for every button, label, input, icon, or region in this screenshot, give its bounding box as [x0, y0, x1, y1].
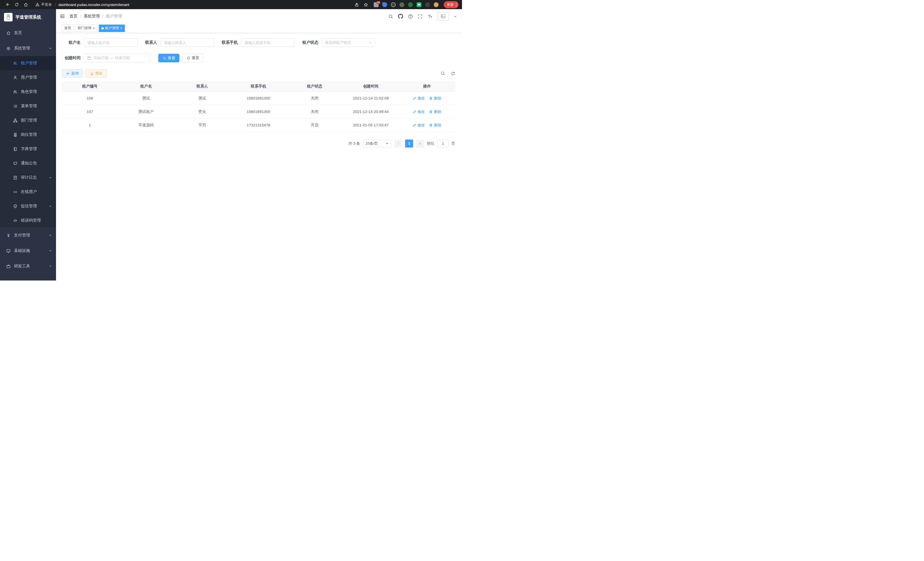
sidebar-item-menu[interactable]: 菜单管理 — [0, 99, 56, 113]
delete-link[interactable]: 删除 — [429, 96, 441, 101]
refresh-icon — [187, 56, 190, 60]
home-icon[interactable] — [22, 1, 30, 8]
sidebar-item-payment[interactable]: 支付管理 — [0, 228, 56, 243]
prev-page-button[interactable] — [394, 140, 402, 147]
date-range-input[interactable]: 开始日期 - 结束日期 — [84, 54, 151, 62]
extension-icon[interactable] — [399, 2, 404, 7]
sidebar-item-notice[interactable]: 通知公告 — [0, 156, 56, 170]
goto-suffix: 页 — [452, 141, 455, 146]
sidebar-item-system[interactable]: 系统管理 — [0, 41, 56, 56]
next-page-button[interactable] — [416, 140, 424, 147]
current-page[interactable]: 1 — [405, 140, 413, 147]
extension-icon[interactable] — [391, 2, 396, 7]
back-icon[interactable] — [3, 1, 11, 8]
avatar-caret-icon[interactable] — [454, 15, 457, 18]
sidebar-item-error-code[interactable]: 错误码管理 — [0, 213, 56, 228]
sidebar-item-label: 租户管理 — [21, 61, 37, 66]
tab-tenant[interactable]: 租户管理 × — [99, 25, 125, 32]
app-logo[interactable]: 芋道管理系统 — [0, 9, 56, 25]
button-label: 搜索 — [168, 56, 175, 61]
share-icon[interactable] — [352, 1, 361, 8]
refresh-icon[interactable] — [13, 1, 21, 8]
chevron-down-icon — [49, 176, 52, 179]
extension-icon[interactable] — [434, 2, 439, 7]
search-button[interactable]: 搜索 — [158, 54, 179, 62]
edit-link[interactable]: 修改 — [413, 123, 425, 128]
filter-row-1: 租户名 联系人 联系手机 租户状态 请选择租户状态 — [62, 38, 455, 47]
sidebar-item-tenant[interactable]: 租户管理 — [0, 56, 56, 70]
roles-icon — [13, 90, 17, 94]
extension-icon[interactable] — [417, 2, 422, 7]
hide-search-icon[interactable] — [441, 71, 445, 76]
delete-link[interactable]: 删除 — [429, 123, 441, 128]
sidebar-item-dept[interactable]: 部门管理 — [0, 113, 56, 128]
tenant-table: 租户编号 租户名 联系人 联系手机 租户状态 创建时间 操作 108 测试 测试 — [62, 81, 455, 132]
export-button[interactable]: 导出 — [86, 69, 107, 78]
sidebar-item-sms[interactable]: 短信管理 — [0, 199, 56, 213]
sidebar-item-post[interactable]: 岗位管理 — [0, 128, 56, 142]
filter-row-2: 创建时间 开始日期 - 结束日期 搜索 重置 — [62, 54, 455, 62]
navbar-actions — [388, 12, 457, 21]
edit-link[interactable]: 修改 — [413, 96, 425, 101]
close-icon[interactable]: × — [93, 27, 95, 30]
extension-icon[interactable] — [382, 2, 387, 7]
extension-icon[interactable] — [425, 2, 430, 7]
url-text[interactable]: dashboard.yudao.iocoder.cn/system/tenant — [58, 3, 129, 7]
add-button[interactable]: 新增 — [62, 69, 83, 78]
extension-icon[interactable]: 10 — [374, 2, 379, 7]
sidebar-item-role[interactable]: 角色管理 — [0, 85, 56, 99]
col-header: 租户状态 — [286, 81, 343, 92]
status-select[interactable]: 请选择租户状态 — [322, 38, 375, 47]
close-icon[interactable]: × — [120, 27, 122, 30]
contact-input[interactable] — [160, 38, 214, 47]
main-area: 首页 / 系统管理 / 租户管理 首页 部门管理 × — [56, 9, 462, 281]
sidebar-item-online-users[interactable]: 在线用户 — [0, 185, 56, 199]
refresh-table-icon[interactable] — [451, 71, 455, 76]
table-row: 108 测试 测试 15601691300 关闭 2021-12-14 21:0… — [62, 92, 455, 105]
sidebar-item-home[interactable]: 首页 — [0, 25, 56, 41]
tab-dept[interactable]: 部门管理 × — [75, 25, 98, 32]
table-toolbar: 新增 导出 — [62, 69, 455, 78]
sidebar-item-label: 部门管理 — [21, 118, 37, 123]
cell-id: 107 — [62, 105, 118, 118]
date-start-placeholder: 开始日期 — [94, 56, 109, 61]
col-header: 租户编号 — [62, 81, 118, 92]
badge-icon — [13, 133, 17, 137]
site-security[interactable]: 不安全 — [35, 2, 57, 7]
search-icon[interactable] — [388, 14, 393, 19]
link-label: 删除 — [434, 123, 441, 128]
page-size-select[interactable]: 10条/页 — [363, 140, 392, 147]
help-icon[interactable] — [408, 14, 413, 19]
cell-contact: 芋艿 — [174, 118, 230, 132]
tenant-name-input[interactable] — [84, 38, 138, 47]
sidebar-item-dict[interactable]: 字典管理 — [0, 142, 56, 156]
bookmark-star-icon[interactable] — [362, 1, 370, 8]
field-label: 联系手机 — [222, 40, 238, 45]
sidebar-fold-icon[interactable] — [60, 14, 65, 19]
breadcrumb-system[interactable]: 系统管理 — [84, 14, 100, 19]
cell-status: 关闭 — [286, 105, 343, 118]
browser-update-button[interactable]: 更新 — [444, 1, 459, 8]
user-icon — [13, 75, 17, 80]
delete-link[interactable]: 删除 — [429, 109, 441, 114]
font-size-icon[interactable] — [428, 14, 433, 19]
tab-home[interactable]: 首页 — [62, 25, 74, 32]
sidebar-item-infra[interactable]: 基础设施 — [0, 243, 56, 259]
menu-dots-icon — [456, 3, 457, 7]
avatar[interactable] — [437, 12, 449, 21]
fullscreen-icon[interactable] — [418, 14, 423, 19]
breadcrumb-home[interactable]: 首页 — [69, 14, 77, 19]
extension-icon[interactable] — [408, 2, 413, 7]
phone-input[interactable] — [241, 38, 295, 47]
browser-chrome: 不安全 dashboard.yudao.iocoder.cn/system/te… — [0, 0, 462, 9]
sidebar-item-audit-log[interactable]: 审计日志 — [0, 170, 56, 185]
signal-icon — [13, 190, 17, 194]
edit-link[interactable]: 修改 — [413, 109, 425, 114]
goto-page-input[interactable] — [437, 140, 448, 147]
github-icon[interactable] — [398, 14, 403, 19]
chevron-left-icon — [397, 142, 400, 145]
sidebar-item-label: 角色管理 — [21, 89, 37, 94]
sidebar-item-user[interactable]: 用户管理 — [0, 70, 56, 85]
reset-button[interactable]: 重置 — [182, 54, 203, 62]
sidebar-item-devtools[interactable]: 研发工具 — [0, 259, 56, 274]
